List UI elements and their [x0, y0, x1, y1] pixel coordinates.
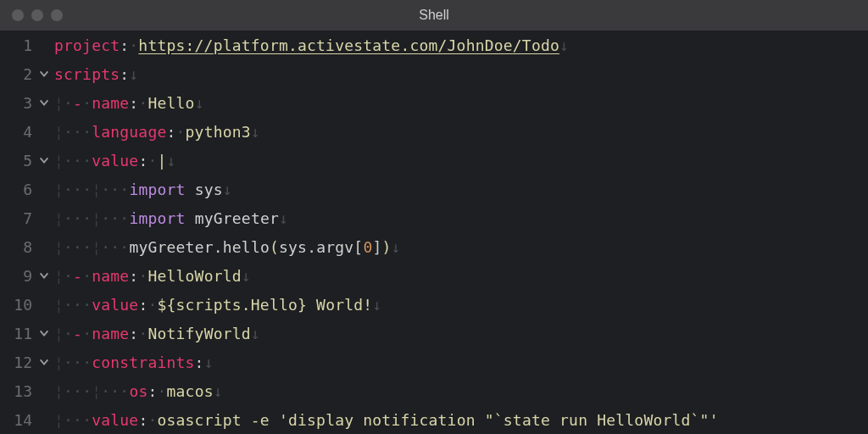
fold-toggle[interactable] — [34, 97, 54, 108]
python-keyword: import — [129, 181, 185, 198]
line-number: 6 — [0, 181, 34, 198]
code-line[interactable]: 12 ¦···constraints:↓ — [0, 348, 868, 376]
fold-toggle[interactable] — [34, 270, 54, 281]
line-number: 7 — [0, 209, 34, 227]
chevron-down-icon — [38, 154, 50, 166]
line-number: 13 — [0, 382, 34, 400]
yaml-key: name — [92, 325, 129, 342]
python-keyword: import — [129, 209, 185, 227]
code-line[interactable]: 9 ¦·-·name:·HelloWorld↓ — [0, 261, 868, 290]
code-line[interactable]: 6 ¦···¦···import sys↓ — [0, 175, 868, 203]
yaml-value: ${scripts.Hello} World! — [157, 296, 372, 314]
line-number: 10 — [0, 296, 34, 314]
minimize-icon[interactable] — [31, 9, 43, 21]
yaml-key: value — [92, 296, 138, 314]
chevron-down-icon — [38, 270, 50, 281]
yaml-value: NotifyWorld — [147, 325, 250, 342]
code-line[interactable]: 2 scripts:↓ — [0, 59, 868, 88]
code-line[interactable]: 14 ¦···value:·osascript -e 'display noti… — [0, 405, 868, 434]
fold-toggle[interactable] — [34, 154, 54, 166]
chevron-down-icon — [38, 356, 50, 368]
line-number: 8 — [0, 238, 34, 256]
python-identifier: myGreeter — [195, 209, 279, 227]
yaml-key: name — [92, 94, 129, 112]
line-number: 11 — [0, 325, 34, 342]
code-editor[interactable]: 1 project:·https://platform.activestate.… — [0, 31, 868, 434]
yaml-key: value — [92, 152, 138, 170]
yaml-value: python3 — [186, 123, 251, 141]
close-icon[interactable] — [12, 9, 24, 21]
yaml-key: name — [92, 267, 129, 285]
yaml-value: macos — [167, 382, 214, 400]
code-line[interactable]: 4 ¦···language:·python3↓ — [0, 117, 868, 146]
yaml-value: Hello — [147, 94, 194, 112]
fold-toggle[interactable] — [34, 68, 54, 80]
code-line[interactable]: 5 ¦···value:·|↓ — [0, 146, 868, 175]
yaml-key: scripts — [54, 65, 120, 83]
window-titlebar: Shell — [0, 0, 868, 31]
line-number: 4 — [0, 123, 34, 141]
chevron-down-icon — [38, 327, 50, 339]
line-number: 1 — [0, 36, 34, 54]
code-line[interactable]: 7 ¦···¦···import myGreeter↓ — [0, 203, 868, 232]
python-identifier: sys — [195, 181, 223, 198]
line-number: 2 — [0, 65, 34, 83]
line-number: 5 — [0, 152, 34, 170]
code-line[interactable]: 8 ¦···¦···myGreeter.hello(sys.argv[0])↓ — [0, 232, 868, 261]
yaml-key: project — [54, 36, 120, 54]
yaml-value: osascript -e 'display notification "`sta… — [157, 411, 718, 429]
line-number: 14 — [0, 411, 34, 429]
code-line[interactable]: 11 ¦·-·name:·NotifyWorld↓ — [0, 319, 868, 348]
fold-toggle[interactable] — [34, 327, 54, 339]
code-line[interactable]: 1 project:·https://platform.activestate.… — [0, 31, 868, 59]
yaml-key: constraints — [92, 353, 194, 371]
yaml-value: HelloWorld — [147, 267, 241, 285]
chevron-down-icon — [38, 68, 50, 80]
line-number: 12 — [0, 353, 34, 371]
yaml-key: os — [129, 382, 147, 400]
line-number: 3 — [0, 94, 34, 112]
code-line[interactable]: 10 ¦···value:·${scripts.Hello} World!↓ — [0, 290, 868, 319]
code-line[interactable]: 3 ¦·-·name:·Hello↓ — [0, 88, 868, 117]
traffic-lights — [0, 9, 63, 21]
code-line[interactable]: 13 ¦···¦···os:·macos↓ — [0, 376, 868, 405]
project-url[interactable]: https://platform.activestate.com/JohnDoe… — [138, 36, 559, 54]
window-title: Shell — [0, 8, 868, 23]
zoom-icon[interactable] — [51, 9, 63, 21]
line-number: 9 — [0, 267, 34, 285]
yaml-key: language — [92, 123, 166, 141]
yaml-key: value — [92, 411, 138, 429]
fold-toggle[interactable] — [34, 356, 54, 368]
chevron-down-icon — [38, 97, 50, 108]
